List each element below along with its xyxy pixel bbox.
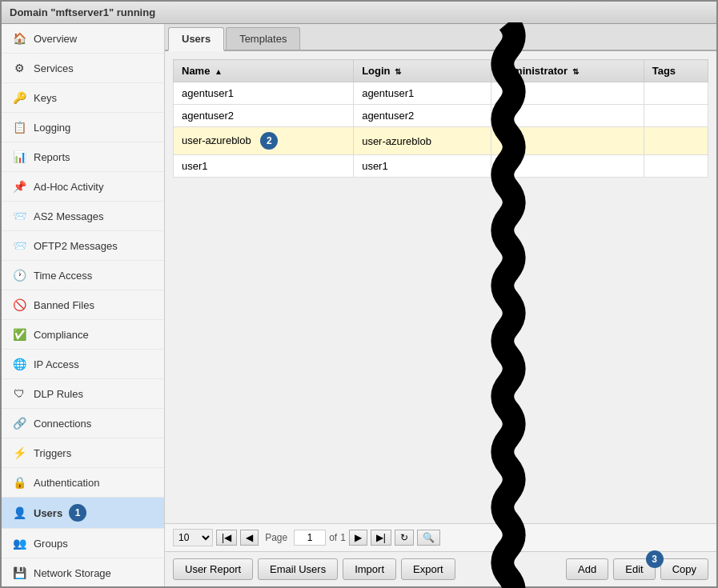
content-area: 🏠 Overview ⚙ Services 🔑 Keys 📋 Logging 📊… [2,24,716,586]
email-users-button[interactable]: Email Users [258,558,338,580]
edit-step-badge: 3 [646,550,664,568]
sidebar-label-compliance: Compliance [34,329,89,341]
sidebar-item-reports[interactable]: 📊 Reports [2,142,164,172]
sidebar-item-overview[interactable]: 🏠 Overview [2,24,164,54]
sidebar-item-adhoc[interactable]: 📌 Ad-Hoc Activity [2,172,164,202]
copy-button[interactable]: Copy [660,558,708,580]
add-button[interactable]: Add [566,558,608,580]
services-icon: ⚙ [11,60,27,76]
next-page-button[interactable]: ▶ [349,530,367,546]
table-row[interactable]: user-azureblob 2 user-azureblob [174,127,708,155]
rows-per-page-select[interactable]: 10 25 50 [173,529,213,546]
import-button[interactable]: Import [343,558,396,580]
col-tags: Tags [644,60,708,82]
window-title: Domain "mftserver1" running [10,6,155,18]
oftp2-icon: 📨 [11,238,27,254]
sidebar-item-compliance[interactable]: ✅ Compliance [2,320,164,350]
total-pages: 1 [340,532,346,543]
keys-icon: 🔑 [11,90,27,106]
as2-icon: 📨 [11,208,27,224]
sidebar-item-keys[interactable]: 🔑 Keys [2,83,164,113]
authentication-icon: 🔒 [11,474,27,490]
sidebar-item-logging[interactable]: 📋 Logging [2,113,164,142]
ipaccess-icon: 🌐 [11,356,27,372]
sidebar-item-users[interactable]: 👤 Users 1 [2,498,164,529]
sidebar-item-connections[interactable]: 🔗 Connections [2,409,164,438]
sidebar-item-as2[interactable]: 📨 AS2 Messages [2,202,164,231]
sidebar-label-reports: Reports [34,151,70,163]
users-table: Name ▲ Login ⇅ Administrator ⇅ Tags agen… [173,59,708,178]
connections-icon: 🔗 [11,415,27,431]
sidebar-label-groups: Groups [34,538,68,550]
first-page-button[interactable]: |◀ [216,530,237,546]
user-report-button[interactable]: User Report [173,558,253,580]
right-actions: Add Edit 3 Copy [566,558,708,580]
sidebar-item-timeaccess[interactable]: 🕐 Time Access [2,261,164,290]
overview-icon: 🏠 [11,30,27,46]
sidebar-label-as2: AS2 Messages [34,210,103,222]
sidebar-label-logging: Logging [34,122,70,134]
col-login[interactable]: Login ⇅ [354,60,491,82]
sidebar-item-groups[interactable]: 👥 Groups [2,529,164,558]
search-button[interactable]: 🔍 [417,530,440,546]
sidebar-label-triggers: Triggers [34,447,71,459]
table-row[interactable]: user1 user1 [174,155,708,178]
cell-login-2: user-azureblob [354,127,491,155]
sidebar-label-adhoc: Ad-Hoc Activity [34,181,103,193]
main-window: Domain "mftserver1" running 🏠 Overview ⚙… [0,0,718,588]
adhoc-icon: 📌 [11,178,27,194]
last-page-button[interactable]: ▶| [371,530,391,546]
cell-admin-1 [491,105,644,127]
cell-tags-3 [644,155,708,178]
groups-icon: 👥 [11,535,27,551]
cell-admin-2 [491,127,644,155]
action-bar: User Report Email Users Import Export Ad… [165,551,716,586]
col-name[interactable]: Name ▲ [174,60,354,82]
sidebar-label-keys: Keys [34,92,57,104]
sidebar-label-networkstorage: Network Storage [34,567,111,579]
sort-asc-icon: ▲ [215,67,223,76]
sidebar-label-connections: Connections [34,418,91,430]
table-row[interactable]: agentuser2 agentuser2 [174,105,708,127]
tab-users[interactable]: Users [168,27,224,51]
prev-page-button[interactable]: ◀ [240,530,259,546]
sidebar-item-triggers[interactable]: ⚡ Triggers [2,438,164,468]
sidebar-label-users: Users [34,507,62,519]
table-row[interactable]: agentuser1 agentuser1 [174,82,708,105]
sidebar-item-oftp2[interactable]: 📨 OFTP2 Messages [2,231,164,261]
of-label: of [329,532,337,543]
sidebar-item-ipaccess[interactable]: 🌐 IP Access [2,350,164,379]
cell-name-1: agentuser2 [174,105,354,127]
sidebar-label-overview: Overview [34,33,77,45]
sidebar-label-timeaccess: Time Access [34,270,92,282]
networkstorage-icon: 💾 [11,565,27,581]
sidebar-item-bannedfiles[interactable]: 🚫 Banned Files [2,290,164,320]
cell-name-3: user1 [174,155,354,178]
main-panel: UsersTemplates Name ▲ Login ⇅ Administra… [165,24,716,586]
cell-name-2: user-azureblob 2 [174,127,354,155]
tab-bar: UsersTemplates [165,24,716,51]
table-container: Name ▲ Login ⇅ Administrator ⇅ Tags agen… [165,51,716,523]
sidebar-label-authentication: Authentication [34,477,99,489]
sidebar-item-authentication[interactable]: 🔒 Authentication [2,468,164,498]
cell-name-0: agentuser1 [174,82,354,105]
page-label: Page [265,532,287,543]
sidebar-label-services: Services [34,62,74,74]
tab-templates[interactable]: Templates [226,27,300,50]
refresh-button[interactable]: ↻ [395,530,414,546]
col-administrator[interactable]: Administrator ⇅ [491,60,644,82]
sidebar-item-services[interactable]: ⚙ Services [2,54,164,83]
dlprules-icon: 🛡 [11,386,27,402]
cell-login-1: agentuser2 [354,105,491,127]
export-button[interactable]: Export [401,558,455,580]
cell-tags-1 [644,105,708,127]
page-number-input[interactable] [294,530,326,546]
sidebar-item-networkstorage[interactable]: 💾 Network Storage [2,558,164,586]
pagination-bar: 10 25 50 |◀ ◀ Page of 1 ▶ ▶| ↻ 🔍 [165,523,716,551]
compliance-icon: ✅ [11,326,27,342]
triggers-icon: ⚡ [11,445,27,461]
sidebar-label-ipaccess: IP Access [34,358,79,370]
cell-login-0: agentuser1 [354,82,491,105]
logging-icon: 📋 [11,119,27,135]
sidebar-item-dlprules[interactable]: 🛡 DLP Rules [2,379,164,409]
